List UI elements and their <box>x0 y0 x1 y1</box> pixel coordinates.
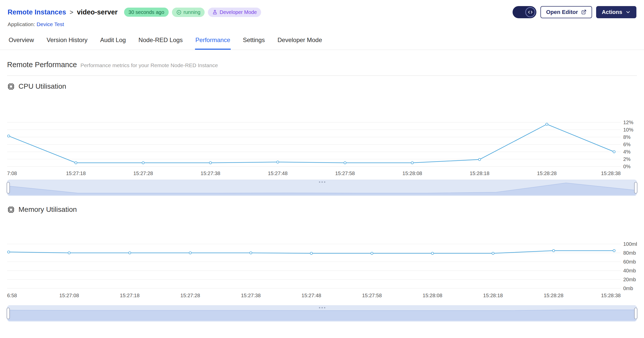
status-badge: running <box>172 8 205 17</box>
tab-audit-log[interactable]: Audit Log <box>100 33 126 50</box>
svg-text:6:58: 6:58 <box>7 293 17 298</box>
memory-section: Memory Utilisation 0mb20mb40mb60mb80mb10… <box>7 205 637 322</box>
tab-node-red-logs[interactable]: Node-RED Logs <box>138 33 183 50</box>
svg-text:10%: 10% <box>623 127 633 133</box>
cpu-markers <box>8 123 615 164</box>
tab-bar: OverviewVersion HistoryAudit LogNode-RED… <box>0 33 644 50</box>
developer-mode-badge: Developer Mode <box>208 8 261 17</box>
svg-text:15:27:28: 15:27:28 <box>133 171 153 176</box>
svg-text:15:28:18: 15:28:18 <box>483 293 503 298</box>
svg-text:80mb: 80mb <box>623 250 636 256</box>
svg-text:4%: 4% <box>623 149 631 155</box>
breadcrumb: Remote Instances > video-server <box>8 8 118 16</box>
svg-text:15:28:28: 15:28:28 <box>544 293 563 298</box>
svg-text:15:28:38: 15:28:38 <box>601 293 621 298</box>
svg-text:0%: 0% <box>623 164 631 169</box>
cpu-section-title: CPU Utilisation <box>7 82 637 90</box>
memory-chart: 0mb20mb40mb60mb80mb100mb6:5815:27:0815:2… <box>7 214 637 302</box>
cpu-chart-brush[interactable] <box>7 180 637 196</box>
status-badges: 30 seconds ago running Developer Mode <box>124 8 261 17</box>
status-label: running <box>184 10 201 15</box>
application-link[interactable]: Device Test <box>37 21 64 27</box>
svg-text:2%: 2% <box>623 156 631 162</box>
cpu-chart: 0%2%4%6%8%10%12%7:0815:27:1815:27:2815:2… <box>7 90 637 177</box>
beaker-icon <box>212 10 218 15</box>
cpu-brush-handle-left[interactable] <box>7 182 10 194</box>
svg-text:8%: 8% <box>623 134 631 140</box>
svg-text:12%: 12% <box>623 120 633 125</box>
memory-xaxis-labels: 6:5815:27:0815:27:1815:27:2815:27:3815:2… <box>7 293 621 298</box>
svg-text:6%: 6% <box>623 142 631 147</box>
performance-content: Remote Performance Performance metrics f… <box>0 61 644 322</box>
open-editor-label: Open Editor <box>546 9 578 15</box>
cpu-chip-icon <box>7 83 15 90</box>
svg-text:40mb: 40mb <box>623 268 636 273</box>
breadcrumb-separator: > <box>70 9 73 16</box>
last-seen-label: 30 seconds ago <box>128 10 164 15</box>
section-subtitle: Performance metrics for your Remote Node… <box>81 62 218 68</box>
open-editor-button[interactable]: Open Editor <box>540 6 592 18</box>
page-header: Remote Instances > video-server 30 secon… <box>0 0 644 27</box>
svg-text:15:28:38: 15:28:38 <box>601 171 621 176</box>
memory-yaxis-labels: 0mb20mb40mb60mb80mb100mb <box>623 241 637 291</box>
tab-version-history[interactable]: Version History <box>46 33 88 50</box>
svg-text:15:27:38: 15:27:38 <box>241 293 261 298</box>
tab-performance[interactable]: Performance <box>195 33 231 50</box>
application-row: Application:Device Test <box>8 21 636 27</box>
tab-settings[interactable]: Settings <box>242 33 265 50</box>
toggle-knob <box>525 7 535 17</box>
last-seen-badge: 30 seconds ago <box>124 8 168 17</box>
svg-text:0mb: 0mb <box>623 286 633 291</box>
svg-text:15:27:28: 15:27:28 <box>180 293 200 298</box>
header-actions: Open Editor Actions <box>513 6 636 18</box>
memory-section-title: Memory Utilisation <box>7 205 637 214</box>
cpu-xaxis-labels: 7:0815:27:1815:27:2815:27:3815:27:4815:2… <box>7 171 621 176</box>
memory-section-label: Memory Utilisation <box>18 205 77 214</box>
cpu-yaxis-labels: 0%2%4%6%8%10%12% <box>623 120 633 169</box>
svg-text:15:27:18: 15:27:18 <box>120 293 140 298</box>
cpu-brush-handle-right[interactable] <box>634 182 637 194</box>
svg-text:15:28:18: 15:28:18 <box>470 171 490 176</box>
cpu-section: CPU Utilisation 0%2%4%6%8%10%12%7:0815:2… <box>7 82 637 196</box>
svg-text:20mb: 20mb <box>623 277 636 282</box>
tab-developer-mode[interactable]: Developer Mode <box>277 33 323 50</box>
svg-text:15:27:38: 15:27:38 <box>201 171 220 176</box>
svg-text:7:08: 7:08 <box>7 171 17 176</box>
memory-brush-fill <box>8 310 636 321</box>
svg-text:15:28:28: 15:28:28 <box>537 171 557 176</box>
cpu-series-line <box>9 124 614 163</box>
svg-text:15:28:08: 15:28:08 <box>402 171 422 176</box>
cpu-gridlines <box>7 122 621 166</box>
actions-button[interactable]: Actions <box>596 6 636 18</box>
play-circle-icon <box>176 10 182 15</box>
cpu-brush-grip[interactable] <box>319 181 325 183</box>
breadcrumb-remote-instances[interactable]: Remote Instances <box>8 8 66 16</box>
svg-text:15:27:58: 15:27:58 <box>335 171 355 176</box>
page-title-instance-name: video-server <box>77 8 118 16</box>
memory-brush-handle-right[interactable] <box>634 308 637 319</box>
svg-text:15:27:08: 15:27:08 <box>59 293 79 298</box>
svg-text:100mb: 100mb <box>623 241 637 247</box>
svg-text:15:27:48: 15:27:48 <box>302 293 321 298</box>
svg-text:15:27:18: 15:27:18 <box>66 171 86 176</box>
application-label: Application: <box>8 21 35 27</box>
developer-mode-label: Developer Mode <box>220 10 257 15</box>
svg-text:15:27:58: 15:27:58 <box>362 293 382 298</box>
cpu-chip-icon <box>7 206 15 214</box>
tab-overview[interactable]: Overview <box>8 33 34 50</box>
memory-brush-grip[interactable] <box>319 307 325 308</box>
memory-chart-brush[interactable] <box>7 305 637 322</box>
svg-text:60mb: 60mb <box>623 259 636 265</box>
svg-text:15:27:48: 15:27:48 <box>268 171 288 176</box>
code-icon <box>528 9 533 15</box>
memory-gridlines <box>7 244 621 288</box>
section-heading: Remote Performance <box>7 61 77 69</box>
page-title-row: Remote Performance Performance metrics f… <box>7 61 637 76</box>
actions-label: Actions <box>602 9 622 15</box>
chevron-down-icon <box>625 9 631 15</box>
memory-brush-handle-left[interactable] <box>7 308 10 319</box>
svg-text:15:28:08: 15:28:08 <box>423 293 442 298</box>
developer-mode-toggle[interactable] <box>513 6 536 18</box>
external-link-icon <box>581 9 587 15</box>
cpu-section-label: CPU Utilisation <box>18 82 66 90</box>
